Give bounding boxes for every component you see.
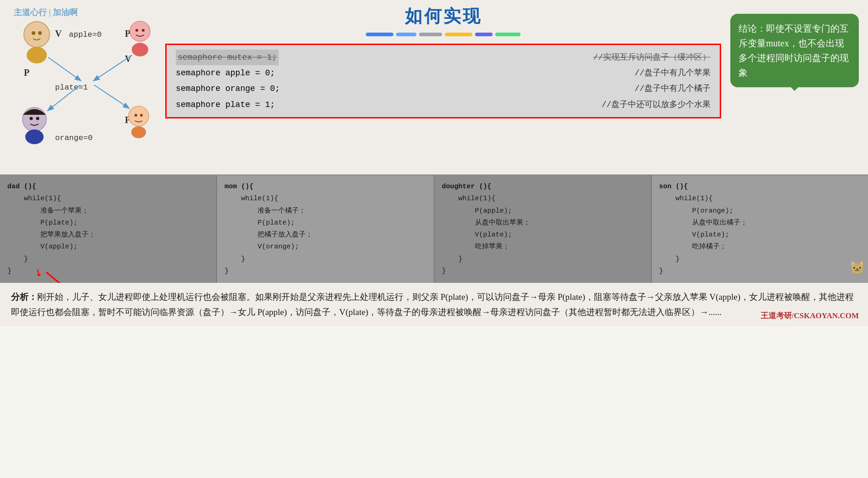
bottom-section: 分析：刚开始，儿子、女儿进程即使上处理机运行也会被阻塞。如果刚开始是父亲进程先上… (0, 283, 868, 326)
code-text-3: semaphore orange = 0; (176, 81, 280, 96)
watermark-bottom: 王道考研/CSKAOYAN.COM (761, 309, 859, 323)
code-comment-1: //实现互斥访问盘子（缓冲区） (593, 50, 711, 65)
code-text-1: semaphore mutex = 1; (176, 50, 279, 65)
svg-text:plate=1: plate=1 (55, 83, 88, 92)
color-bar-item-6 (495, 33, 521, 36)
code-comment-3: //盘子中有几个橘子 (634, 81, 711, 96)
svg-line-14 (48, 57, 80, 80)
svg-point-3 (38, 31, 42, 35)
svg-point-0 (24, 22, 50, 47)
code-line-1: semaphore mutex = 1; //实现互斥访问盘子（缓冲区） (176, 50, 711, 65)
code-panel-son-line-3: P(orange); (659, 205, 861, 217)
svg-point-23 (30, 117, 33, 120)
color-bar-item-1 (366, 33, 393, 36)
code-panel-doughter-line-6: 吃掉苹果； (442, 241, 644, 253)
color-bar-item-5 (475, 33, 493, 36)
svg-point-24 (36, 117, 39, 120)
svg-point-26 (131, 126, 146, 138)
svg-point-2 (32, 31, 35, 35)
middle-section: dad (){ while(1){ 准备一个苹果； P(plate); 把苹果放… (0, 174, 868, 283)
code-panel-son-line-5: V(plate); (659, 229, 861, 241)
code-panel-doughter-line-5: V(plate); (442, 229, 644, 241)
code-panel-son-line-4: 从盘中取出橘子； (659, 217, 861, 229)
code-panel-son-line-1: son (){ (659, 181, 861, 193)
code-panel-dad-line-1: dad (){ (7, 181, 209, 193)
svg-text:apple=0: apple=0 (69, 30, 101, 39)
svg-line-15 (94, 55, 132, 80)
code-panel-dad-line-8: } ↘ (7, 265, 209, 277)
svg-text:P: P (24, 67, 29, 78)
left-diagram: 主道心行 | 加油啊 V apple=0 P P (9, 5, 156, 170)
svg-point-1 (27, 47, 47, 63)
center-block: 如何实现 semaphore mutex = 1; //实现互斥访问盘子（缓冲区… (156, 5, 730, 170)
svg-point-7 (130, 21, 150, 41)
code-line-4: semaphore plate = 1; //盘子中还可以放多少个水果 (176, 97, 711, 112)
svg-point-25 (129, 106, 149, 126)
code-line-2: semaphore apple = 0; //盘子中有几个苹果 (176, 65, 711, 81)
svg-text:orange=0: orange=0 (55, 134, 93, 142)
right-callout-area: 结论：即使不设置专门的互斥变量mutex，也不会出现多个进程同时访问盘子的现象 (730, 5, 859, 170)
code-panel-dad: dad (){ while(1){ 准备一个苹果； P(plate); 把苹果放… (0, 175, 217, 283)
code-panel-doughter: doughter (){ while(1){ P(apple); 从盘中取出苹果… (435, 175, 652, 283)
code-panel-mom-line-7: } (224, 253, 426, 265)
top-section: 主道心行 | 加油啊 V apple=0 P P (0, 0, 868, 174)
code-panel-doughter-line-1: doughter (){ (442, 181, 644, 193)
code-panel-son: son (){ while(1){ P(orange); 从盘中取出橘子； V(… (652, 175, 868, 283)
analysis-text: 分析：刚开始，儿子、女儿进程即使上处理机运行也会被阻塞。如果刚开始是父亲进程先上… (11, 289, 857, 320)
code-panel-doughter-line-2: while(1){ (442, 193, 644, 205)
analysis-label: 分析： (11, 292, 37, 302)
color-bar-item-2 (396, 33, 416, 36)
svg-point-27 (134, 114, 137, 117)
svg-line-17 (94, 85, 129, 108)
code-panel-mom-line-6: V(orange); (224, 241, 426, 253)
code-panel-son-line-7: } (659, 253, 861, 265)
code-panel-dad-line-5: 把苹果放入盘子； (7, 229, 209, 241)
code-panel-dad-line-6: V(apple); (7, 241, 209, 253)
svg-point-10 (142, 29, 145, 32)
code-panel-doughter-line-8: } (442, 265, 644, 277)
color-bar-item-3 (419, 33, 442, 36)
diagram-svg: V apple=0 P P plate=1 V (9, 9, 151, 165)
svg-point-9 (135, 29, 138, 32)
code-panel-mom-line-8: } (224, 265, 426, 277)
code-text-2: semaphore apple = 0; (176, 65, 275, 81)
code-panel-dad-line-3: 准备一个苹果； (7, 205, 209, 217)
code-panel-doughter-line-3: P(apple); (442, 205, 644, 217)
code-line-3: semaphore orange = 0; //盘子中有几个橘子 (176, 81, 711, 96)
code-panel-dad-line-7: } (7, 253, 209, 265)
color-bar-item-4 (445, 33, 472, 36)
svg-point-22 (25, 129, 44, 144)
code-panel-mom: mom (){ while(1){ 准备一个橘子； P(plate); 把橘子放… (217, 175, 434, 283)
callout-bubble: 结论：即使不设置专门的互斥变量mutex，也不会出现多个进程同时访问盘子的现象 (730, 14, 859, 87)
code-panel-mom-line-1: mom (){ (224, 181, 426, 193)
code-panel-mom-line-2: while(1){ (224, 193, 426, 205)
code-panel-mom-line-5: 把橘子放入盘子； (224, 229, 426, 241)
page-title: 如何实现 (405, 5, 482, 28)
svg-text:V: V (55, 28, 62, 39)
code-panel-son-line-6: 吃掉橘子； (659, 241, 861, 253)
code-box: semaphore mutex = 1; //实现互斥访问盘子（缓冲区） sem… (165, 44, 721, 118)
code-panel-doughter-line-7: } (442, 253, 644, 265)
svg-point-28 (140, 114, 143, 117)
code-panel-mom-line-4: P(plate); (224, 217, 426, 229)
code-panel-dad-line-2: while(1){ (7, 193, 209, 205)
code-comment-4: //盘子中还可以放多少个水果 (601, 97, 711, 112)
code-panel-mom-line-3: 准备一个橘子； (224, 205, 426, 217)
color-bar (366, 33, 521, 36)
svg-point-8 (132, 43, 148, 56)
code-panel-dad-line-4: P(plate); (7, 217, 209, 229)
code-panel-son-line-2: while(1){ (659, 193, 861, 205)
code-panel-son-line-8: } 🐱 (659, 265, 861, 277)
code-comment-2: //盘子中有几个苹果 (634, 65, 711, 81)
svg-text:P: P (125, 28, 130, 39)
code-text-4: semaphore plate = 1; (176, 97, 275, 112)
code-panel-doughter-line-4: 从盘中取出苹果； (442, 217, 644, 229)
